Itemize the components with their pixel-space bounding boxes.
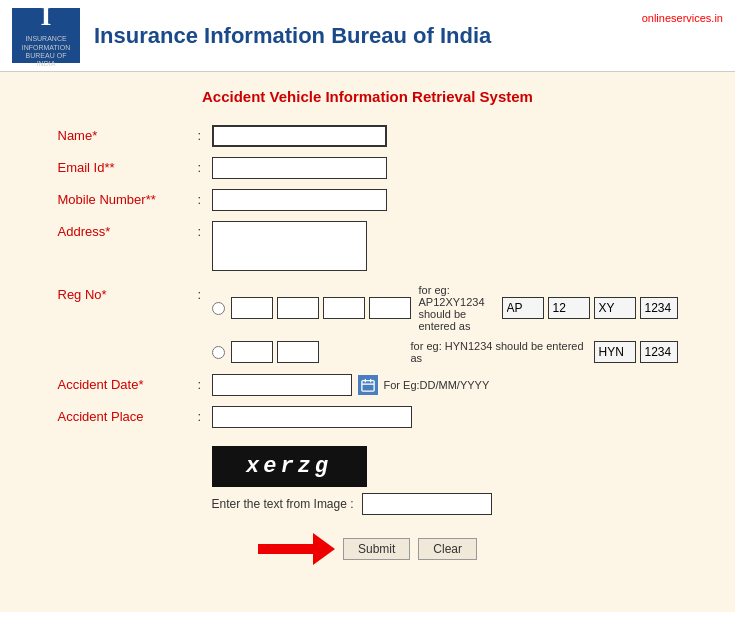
reg-part1a[interactable]	[231, 297, 273, 319]
name-row: Name* :	[58, 125, 678, 147]
address-label: Address*	[58, 221, 198, 239]
captcha-label: Enter the text from Image :	[212, 497, 354, 511]
name-input[interactable]	[212, 125, 387, 147]
accident-place-colon: :	[198, 406, 212, 424]
arrow-indicator	[258, 533, 335, 565]
calendar-icon[interactable]	[358, 375, 378, 395]
reg-ex2b[interactable]	[640, 341, 678, 363]
header-title: Insurance Information Bureau of India	[94, 23, 491, 49]
mobile-field-wrap	[212, 189, 678, 211]
submit-button[interactable]: Submit	[343, 538, 410, 560]
page-title: Accident Vehicle Information Retrieval S…	[0, 88, 735, 105]
clear-button[interactable]: Clear	[418, 538, 477, 560]
arrow-head	[313, 533, 335, 565]
reg-part2b[interactable]	[277, 341, 319, 363]
email-field-wrap	[212, 157, 678, 179]
reg-hint-2: for eg: HYN1234 should be entered as	[411, 340, 590, 364]
address-row: Address* :	[58, 221, 678, 274]
reg-ex1d[interactable]	[640, 297, 678, 319]
email-row: Email Id** :	[58, 157, 678, 179]
name-field	[212, 125, 678, 147]
address-field-wrap	[212, 221, 678, 274]
reg-radio-2[interactable]	[212, 346, 225, 359]
reg-ex1c[interactable]	[594, 297, 636, 319]
accident-place-label: Accident Place	[58, 406, 198, 424]
reg-no-row: Reg No* : for eg: AP12XY1234 should be e…	[58, 284, 678, 364]
accident-place-input[interactable]	[212, 406, 412, 428]
watermark: onlineservices.in	[642, 8, 723, 24]
accident-date-field: For Eg:DD/MM/YYYY	[212, 374, 678, 396]
logo-subtext: INSURANCE INFORMATIONBUREAU OF INDIA	[12, 35, 80, 69]
captcha-input-row: Enter the text from Image :	[212, 493, 492, 515]
reg-part1d[interactable]	[369, 297, 411, 319]
accident-date-label: Accident Date*	[58, 374, 198, 392]
name-colon: :	[198, 125, 212, 143]
reg-hint-1: for eg: AP12XY1234 should be entered as	[419, 284, 498, 332]
reg-row-2: for eg: HYN1234 should be entered as	[212, 340, 678, 364]
accident-date-input[interactable]	[212, 374, 352, 396]
reg-no-field: for eg: AP12XY1234 should be entered as …	[212, 284, 678, 364]
captcha-input[interactable]	[362, 493, 492, 515]
reg-ex1b[interactable]	[548, 297, 590, 319]
address-input[interactable]	[212, 221, 367, 271]
reg-part2a[interactable]	[231, 341, 273, 363]
accident-place-row: Accident Place :	[58, 406, 678, 428]
reg-ex2a[interactable]	[594, 341, 636, 363]
mobile-input[interactable]	[212, 189, 387, 211]
main-content: Accident Vehicle Information Retrieval S…	[0, 72, 735, 612]
email-input[interactable]	[212, 157, 387, 179]
accident-date-colon: :	[198, 374, 212, 392]
reg-no-label: Reg No*	[58, 284, 198, 302]
reg-radio-1[interactable]	[212, 302, 225, 315]
captcha-image: xerzg	[212, 446, 367, 487]
reg-row-1: for eg: AP12XY1234 should be entered as	[212, 284, 678, 332]
logo: I INSURANCE INFORMATIONBUREAU OF INDIA	[12, 8, 80, 63]
accident-place-field	[212, 406, 678, 428]
address-colon: :	[198, 221, 212, 239]
logo-letter: I	[41, 2, 52, 30]
captcha-row: xerzg Enter the text from Image :	[212, 438, 678, 515]
mobile-label: Mobile Number**	[58, 189, 198, 207]
reg-part1b[interactable]	[277, 297, 319, 319]
date-hint: For Eg:DD/MM/YYYY	[384, 379, 490, 391]
form-container: Name* : Email Id** : Mobile Number** : A…	[58, 125, 678, 565]
mobile-colon: :	[198, 189, 212, 207]
email-colon: :	[198, 157, 212, 175]
email-label: Email Id**	[58, 157, 198, 175]
name-label: Name*	[58, 125, 198, 143]
header: I INSURANCE INFORMATIONBUREAU OF INDIA I…	[0, 0, 735, 72]
arrow-body	[258, 544, 313, 554]
svg-rect-0	[361, 381, 373, 392]
accident-date-row: Accident Date* : For Eg:DD/MM/YYYY	[58, 374, 678, 396]
mobile-row: Mobile Number** :	[58, 189, 678, 211]
buttons-row: Submit Clear	[58, 533, 678, 565]
reg-no-colon: :	[198, 284, 212, 302]
reg-ex1a[interactable]	[502, 297, 544, 319]
reg-part1c[interactable]	[323, 297, 365, 319]
